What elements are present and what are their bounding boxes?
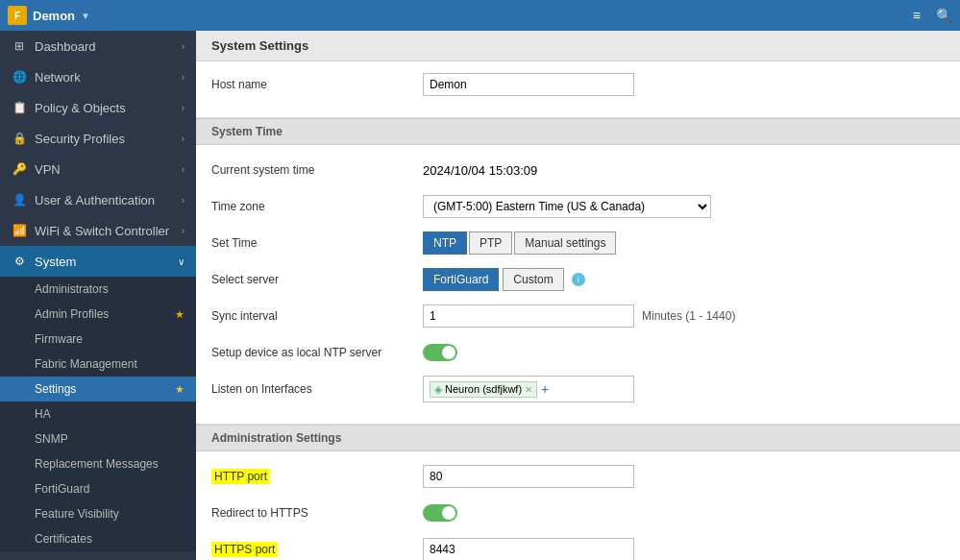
ptp-button[interactable]: PTP <box>469 231 512 255</box>
menu-icon[interactable]: ≡ <box>913 8 921 23</box>
sidebar-label-dashboard: Dashboard <box>35 39 96 54</box>
https-port-row: HTTPS port <box>211 536 945 560</box>
administrators-label: Administrators <box>35 282 109 296</box>
current-time-value: 2024/10/04 15:03:09 <box>423 163 945 178</box>
wifi-icon: 📶 <box>12 223 27 238</box>
security-profiles-icon: 🔒 <box>12 131 27 146</box>
http-port-row: HTTP port <box>211 463 945 490</box>
sidebar-system-submenu: Administrators Admin Profiles ★ Firmware… <box>0 277 196 551</box>
settings-star[interactable]: ★ <box>175 383 185 396</box>
sidebar-label-network: Network <box>35 70 81 85</box>
system-time-section: System Time <box>196 118 960 145</box>
search-icon[interactable]: 🔍 <box>936 8 952 23</box>
https-port-value <box>423 538 945 560</box>
user-auth-chevron: › <box>182 195 185 206</box>
timezone-select[interactable]: (GMT-5:00) Eastern Time (US & Canada) <box>423 195 711 218</box>
network-icon: 🌐 <box>12 69 27 85</box>
sidebar-item-ha[interactable]: HA <box>0 402 196 426</box>
snmp-label: SNMP <box>35 432 68 446</box>
sync-interval-label: Sync interval <box>211 309 423 323</box>
sidebar-item-user-auth[interactable]: 👤 User & Authentication › <box>0 184 196 215</box>
add-interface-btn[interactable]: + <box>541 381 549 397</box>
custom-server-button[interactable]: Custom <box>503 268 563 291</box>
setup-ntp-toggle <box>423 344 945 361</box>
redirect-https-toggle <box>423 504 945 522</box>
system-time-area: Current system time 2024/10/04 15:03:09 … <box>196 145 960 425</box>
hostname-input[interactable] <box>423 73 634 96</box>
system-chevron: ∨ <box>178 256 185 267</box>
timezone-value: (GMT-5:00) Eastern Time (US & Canada) <box>423 195 945 218</box>
toggle-knob <box>442 346 455 359</box>
https-port-input[interactable] <box>423 538 634 560</box>
listen-interfaces-row: Listen on Interfaces ◈ Neuron (sdfjkwf) … <box>211 376 945 402</box>
manual-settings-button[interactable]: Manual settings <box>514 231 616 255</box>
listen-interfaces-label: Listen on Interfaces <box>211 382 423 396</box>
select-server-value: FortiGuard Custom i <box>423 268 945 291</box>
policy-chevron: › <box>182 103 185 113</box>
redirect-https-label: Redirect to HTTPS <box>211 506 423 520</box>
network-chevron: › <box>182 72 185 83</box>
https-port-label: HTTPS port <box>211 543 423 556</box>
sidebar-item-dashboard[interactable]: ⊞ Dashboard › <box>0 31 196 61</box>
http-port-value <box>423 465 945 488</box>
hostname-label: Host name <box>211 78 423 91</box>
main-layout: ⊞ Dashboard › 🌐 Network › 📋 Policy & Obj… <box>0 31 960 560</box>
dashboard-chevron: › <box>182 41 185 52</box>
sidebar-item-certificates[interactable]: Certificates <box>0 526 196 551</box>
sidebar-item-security-fabric[interactable]: 🔗 Security Fabric › <box>0 551 196 560</box>
dashboard-icon: ⊞ <box>12 38 27 54</box>
setup-ntp-label: Setup device as local NTP server <box>211 346 423 359</box>
listen-interfaces-input[interactable]: ◈ Neuron (sdfjkwf) ✕ + <box>423 376 634 402</box>
vpn-chevron: › <box>182 164 185 175</box>
current-time-row: Current system time 2024/10/04 15:03:09 <box>211 157 945 183</box>
sidebar-item-replacement-messages[interactable]: Replacement Messages <box>0 451 196 476</box>
admin-profiles-star[interactable]: ★ <box>175 308 185 321</box>
select-server-row: Select server FortiGuard Custom i <box>211 266 945 293</box>
sidebar-item-policy[interactable]: 📋 Policy & Objects › <box>0 92 196 123</box>
sidebar-item-settings[interactable]: Settings ★ <box>0 377 196 402</box>
hostname-area: Host name <box>196 61 960 118</box>
sidebar-item-admin-profiles[interactable]: Admin Profiles ★ <box>0 302 196 327</box>
topbar-actions: ≡ 🔍 <box>913 8 952 23</box>
listen-interfaces-value: ◈ Neuron (sdfjkwf) ✕ + <box>423 376 945 402</box>
http-port-label: HTTP port <box>211 470 423 483</box>
sidebar-item-wifi[interactable]: 📶 WiFi & Switch Controller › <box>0 215 196 246</box>
interface-tag-close[interactable]: ✕ <box>525 384 532 395</box>
brand: F Demon ▼ <box>8 6 905 25</box>
main-content: System Settings Host name System Time Cu… <box>196 31 960 560</box>
redirect-https-row: Redirect to HTTPS <box>211 499 945 526</box>
sync-interval-row: Sync interval Minutes (1 - 1440) <box>211 303 945 329</box>
sidebar-item-security-profiles[interactable]: 🔒 Security Profiles › <box>0 123 196 154</box>
ntp-button[interactable]: NTP <box>423 231 467 255</box>
policy-icon: 📋 <box>12 100 27 115</box>
fortiguard-server-button[interactable]: FortiGuard <box>423 268 499 291</box>
sidebar-item-fabric-management[interactable]: Fabric Management <box>0 352 196 377</box>
sidebar-item-network[interactable]: 🌐 Network › <box>0 61 196 92</box>
sidebar-item-firmware[interactable]: Firmware <box>0 327 196 352</box>
setup-ntp-toggle-btn[interactable] <box>423 344 457 361</box>
sidebar-item-fortiguard[interactable]: FortiGuard <box>0 476 196 501</box>
security-profiles-chevron: › <box>182 134 185 144</box>
redirect-https-toggle-btn[interactable] <box>423 504 457 522</box>
server-info-icon: i <box>572 273 585 286</box>
content-header: System Settings <box>196 31 960 61</box>
replacement-messages-label: Replacement Messages <box>35 457 159 471</box>
admin-settings-section: Administration Settings <box>196 425 960 451</box>
system-icon: ⚙ <box>12 254 27 269</box>
sidebar-label-wifi: WiFi & Switch Controller <box>35 224 169 238</box>
sidebar-item-vpn[interactable]: 🔑 VPN › <box>0 154 196 184</box>
set-time-btngroup: NTP PTP Manual settings <box>423 231 945 255</box>
sync-interval-input[interactable] <box>423 304 634 328</box>
vpn-icon: 🔑 <box>12 161 27 177</box>
sidebar-item-system[interactable]: ⚙ System ∨ <box>0 246 196 277</box>
sync-interval-unit: Minutes (1 - 1440) <box>642 309 735 323</box>
current-time-label: Current system time <box>211 163 423 177</box>
sidebar-label-policy: Policy & Objects <box>35 101 126 115</box>
sidebar-item-administrators[interactable]: Administrators <box>0 277 196 302</box>
sidebar-item-feature-visibility[interactable]: Feature Visibility <box>0 501 196 526</box>
select-server-label: Select server <box>211 273 423 286</box>
sidebar-label-security-profiles: Security Profiles <box>35 132 125 146</box>
user-auth-icon: 👤 <box>12 192 27 207</box>
sidebar-item-snmp[interactable]: SNMP <box>0 426 196 451</box>
http-port-input[interactable] <box>423 465 634 488</box>
